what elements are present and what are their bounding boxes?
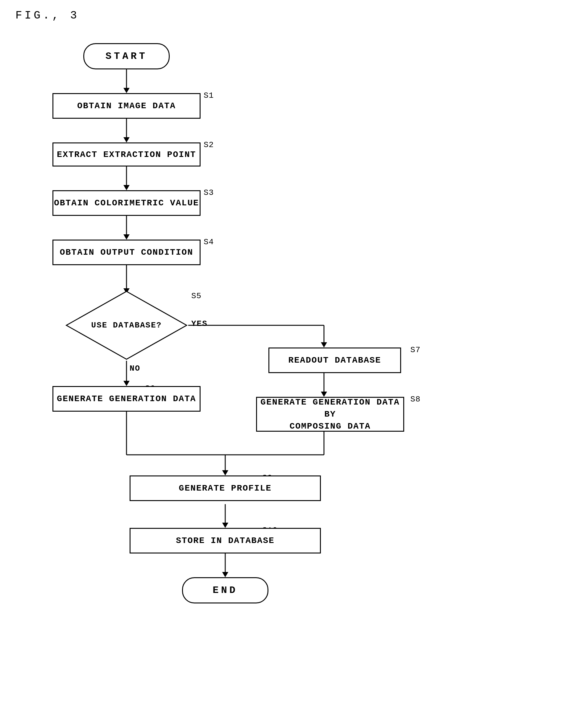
step-label-s1: S1 (204, 91, 214, 100)
svg-marker-25 (222, 572, 228, 577)
step-label-s4: S4 (204, 237, 214, 247)
step-s4: OBTAIN OUTPUT CONDITION (52, 240, 200, 265)
svg-marker-5 (123, 185, 130, 190)
start-node: START (83, 43, 170, 69)
page-title: FIG., 3 (15, 9, 79, 22)
step-s10: STORE IN DATABASE (130, 528, 321, 553)
step-s9: GENERATE PROFILE (130, 475, 321, 501)
svg-marker-3 (123, 137, 130, 142)
step-label-s8: S8 (410, 395, 421, 404)
svg-marker-7 (123, 234, 130, 240)
step-s2: EXTRACT EXTRACTION POINT (52, 142, 200, 167)
svg-marker-14 (123, 381, 130, 386)
step-label-s5: S5 (191, 291, 201, 301)
svg-marker-21 (222, 470, 228, 475)
step-s3: OBTAIN COLORIMETRIC VALUE (52, 190, 200, 216)
end-node: END (182, 577, 268, 603)
svg-marker-23 (222, 523, 228, 528)
step-s1: OBTAIN IMAGE DATA (52, 93, 200, 119)
svg-marker-1 (123, 88, 130, 93)
no-label: NO (130, 364, 140, 373)
step-label-s3: S3 (204, 188, 214, 197)
step-label-s2: S2 (204, 140, 214, 150)
yes-label: YES (191, 319, 208, 328)
step-s7: READOUT DATABASE (268, 348, 401, 373)
step-label-s7: S7 (410, 345, 421, 355)
svg-marker-26 (66, 291, 187, 359)
step-s6: GENERATE GENERATION DATA (52, 386, 200, 412)
step-s8: GENERATE GENERATION DATA BY COMPOSING DA… (256, 397, 404, 432)
svg-marker-12 (321, 342, 327, 348)
